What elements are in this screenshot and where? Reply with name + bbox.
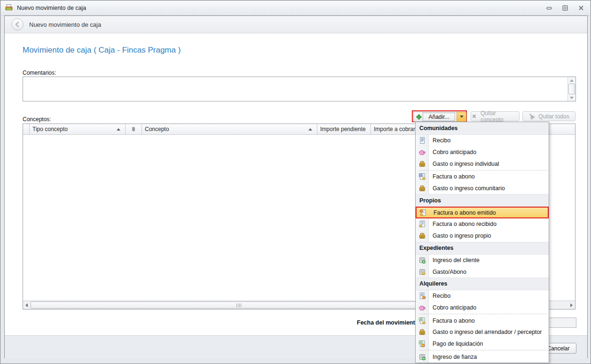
menu-item-label: Factura o abono emitido [430, 209, 496, 216]
menu-item-label: Gasto o ingreso del arrendador / percept… [429, 329, 542, 335]
sort-ascending-icon [117, 128, 120, 131]
menu-item-factura-o-abono[interactable]: Factura o abono [416, 315, 549, 326]
x-icon [471, 113, 477, 119]
menu-item-ingreso-de-fianza[interactable]: Ingreso de fianza [416, 351, 549, 363]
menu-item-gasto-o-ingreso-comunitario[interactable]: Gasto o ingreso comunitario [416, 183, 549, 194]
piggy-bank-icon [416, 148, 429, 156]
svg-text:H: H [420, 174, 422, 177]
plus-icon [416, 114, 422, 120]
comments-box [23, 77, 576, 101]
column-header-importe-pendiente[interactable]: Importe pendiente [317, 124, 371, 134]
window-controls [545, 1, 585, 15]
comments-input[interactable] [23, 77, 567, 101]
app-icon [5, 3, 14, 13]
broom-icon [528, 113, 535, 120]
sort-ascending-icon [308, 128, 312, 131]
piggy-bank-icon [416, 304, 429, 311]
cancel-button-label: Cancelar [547, 345, 569, 352]
menu-list: ComunidadesReciboCobro anticipadoGasto o… [416, 122, 549, 363]
menu-item-factura-o-abono-emitido[interactable]: Factura o abono emitido [416, 207, 549, 218]
invoice-h-icon: H [416, 173, 429, 180]
menu-item-label: Gasto o ingreso comunitario [429, 185, 505, 192]
minimize-icon[interactable] [545, 4, 553, 12]
menu-item-label: Gasto/Abono [429, 269, 466, 275]
column-label: Tipo concepto [32, 126, 68, 132]
menu-item-cobro-anticipado[interactable]: Cobro anticipado [416, 302, 549, 314]
column-label: Importe a cobrar ( [374, 126, 418, 132]
remove-concept-button[interactable]: Quitar concepto [471, 111, 520, 121]
menu-section-alquileres: Alquileres [416, 278, 549, 290]
cash-box-icon [416, 160, 429, 168]
dialog-window: Nuevo movimiento de caja Nuevo movimient… [0, 0, 591, 364]
menu-item-label: Factura o abono recibido [429, 221, 496, 227]
menu-item-ingreso-del-cliente[interactable]: Ingreso del cliente [416, 255, 549, 266]
maximize-icon[interactable] [561, 4, 569, 12]
close-icon[interactable] [577, 4, 585, 12]
cash-box-icon [416, 232, 429, 240]
concepts-label: Conceptos: [23, 116, 51, 123]
menu-item-pago-de-liquidacion[interactable]: Pago de liquidación [416, 338, 549, 350]
menu-item-factura-o-abono-recibido[interactable]: Factura o abono recibido [416, 218, 549, 230]
column-label: Importe pendiente [320, 126, 366, 132]
menu-separator [416, 170, 549, 171]
invoice-received-icon [416, 220, 429, 228]
invoice-v-icon [416, 317, 429, 325]
menu-item-label: Recibo [429, 137, 450, 144]
card-coins-icon [416, 268, 429, 276]
menu-item-gasto-o-ingreso-propio[interactable]: Gasto o ingreso propio [416, 230, 549, 242]
comments-scrollbar[interactable] [567, 77, 575, 101]
cash-box-icon [416, 328, 429, 336]
add-button[interactable]: Añadir... [413, 112, 457, 122]
menu-item-recibo[interactable]: Recibo [416, 290, 549, 302]
menu-item-cobro-anticipado[interactable]: Cobro anticipado [416, 147, 549, 158]
chevron-down-icon [460, 116, 464, 118]
scroll-left-icon[interactable] [23, 302, 30, 309]
column-header-attachment[interactable] [126, 124, 142, 134]
menu-item-gasto-o-ingreso-del-arrendador-perceptor[interactable]: Gasto o ingreso del arrendador / percept… [416, 326, 549, 338]
add-button-annotation: Añadir... [412, 110, 467, 122]
menu-item-label: Recibo [429, 293, 450, 299]
menu-item-label: Pago de liquidación [429, 341, 483, 347]
add-button-label: Añadir... [423, 113, 455, 121]
remove-concept-label: Quitar concepto [481, 110, 519, 123]
invoice-emitted-icon [417, 209, 430, 217]
banner-title: Nuevo movimiento de caja [29, 21, 101, 28]
menu-section-comunidades: Comunidades [416, 122, 549, 135]
back-arrow-icon [16, 22, 18, 26]
scroll-down-icon[interactable] [568, 94, 575, 101]
row-selector-header [23, 124, 30, 134]
receipt-icon [416, 137, 429, 144]
menu-item-label: Cobro anticipado [429, 149, 476, 155]
scroll-thumb[interactable] [568, 84, 575, 94]
menu-item-label: Gasto o ingreso propio [429, 232, 491, 239]
titlebar: Nuevo movimiento de caja [1, 1, 590, 15]
column-header-concepto[interactable]: Concepto [142, 124, 317, 134]
menu-separator [416, 313, 549, 315]
column-label: Concepto [145, 126, 169, 132]
menu-item-label: Ingreso del cliente [429, 257, 480, 263]
scroll-thumb[interactable] [31, 302, 447, 309]
menu-item-factura-o-abono[interactable]: HFactura o abono [416, 171, 549, 183]
scroll-right-icon[interactable] [568, 302, 575, 309]
menu-item-label: Gasto o ingreso individual [429, 161, 499, 167]
back-button[interactable] [11, 18, 24, 31]
column-header-tipo-concepto[interactable]: Tipo concepto [30, 124, 126, 134]
menu-section-propios: Propios [416, 194, 549, 207]
receipt-orange-icon [416, 292, 429, 300]
remove-all-button[interactable]: Quitar todos [522, 111, 575, 121]
invoice-settle-icon [416, 340, 429, 348]
add-split-button[interactable]: Añadir... [413, 112, 466, 122]
window-title: Nuevo movimiento de caja [17, 5, 86, 11]
menu-section-expedientes: Expedientes [416, 242, 549, 255]
menu-item-gasto-abono[interactable]: Gasto/Abono [416, 266, 549, 278]
menu-item-label: Cobro anticipado [429, 304, 476, 311]
add-dropdown-button[interactable] [457, 112, 466, 122]
menu-item-label: Ingreso de fianza [429, 354, 477, 360]
menu-item-recibo[interactable]: Recibo [416, 135, 549, 147]
banner: Nuevo movimiento de caja [5, 16, 587, 33]
add-dropdown-menu: ComunidadesReciboCobro anticipadoGasto o… [415, 122, 549, 363]
page-title: Movimiento de caja ( Caja - Fincas Pragm… [23, 46, 181, 55]
menu-item-gasto-o-ingreso-individual[interactable]: Gasto o ingreso individual [416, 158, 549, 170]
scroll-up-icon[interactable] [568, 77, 575, 84]
movement-date-label: Fecha del movimiento [357, 319, 418, 326]
